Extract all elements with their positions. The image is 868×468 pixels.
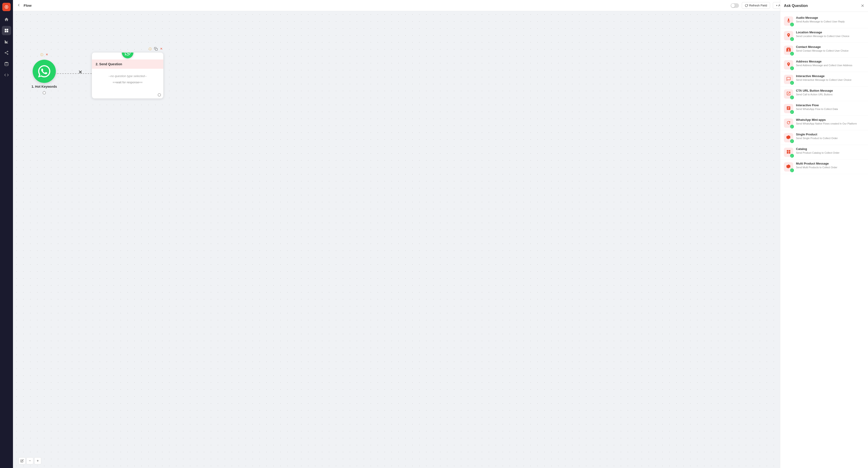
app-logo	[2, 3, 11, 11]
svg-point-7	[5, 52, 6, 54]
back-button[interactable]	[17, 3, 21, 8]
sidebar	[0, 0, 13, 234]
sidebar-item-home[interactable]	[2, 15, 11, 24]
connection-delete-icon[interactable]	[78, 69, 83, 75]
page-title: Flow	[24, 3, 434, 7]
no-type-text: --no question type selected--	[96, 74, 160, 78]
sidebar-item-share[interactable]	[2, 48, 11, 57]
whatsapp-badge-node2	[122, 52, 133, 58]
svg-point-9	[5, 62, 8, 63]
svg-rect-5	[7, 31, 8, 32]
node-send-question[interactable]: ⓘ ✕ 2. Send Question --no question type …	[92, 47, 163, 99]
whatsapp-logo-node1	[33, 60, 56, 83]
svg-point-6	[7, 51, 8, 52]
node1-output-connector[interactable]	[42, 91, 46, 94]
sidebar-item-dashboard[interactable]	[2, 26, 11, 35]
wait-response-text: ==wait for response==	[96, 80, 160, 84]
copy-icon-node2[interactable]	[154, 47, 158, 52]
node-hot-keywords[interactable]: ⓘ ✕ 1. Hot Keywords	[31, 53, 57, 94]
workflow-canvas[interactable]: ⓘ ✕ 1. Hot Keywords ⓘ ✕ 2	[13, 11, 434, 234]
svg-point-8	[7, 54, 8, 55]
svg-point-1	[6, 6, 7, 8]
sidebar-item-analytics[interactable]	[2, 37, 11, 46]
svg-rect-2	[5, 29, 6, 31]
info-icon-node2[interactable]: ⓘ	[149, 47, 152, 52]
sidebar-item-code[interactable]	[2, 70, 11, 79]
info-icon-node1[interactable]: ⓘ	[40, 53, 43, 57]
sidebar-item-database[interactable]	[2, 59, 11, 68]
send-question-body: --no question type selected-- ==wait for…	[92, 69, 163, 92]
node2-output-connector[interactable]	[158, 93, 161, 97]
send-question-card: 2. Send Question --no question type sele…	[92, 52, 163, 99]
svg-rect-21	[155, 48, 157, 51]
svg-rect-4	[5, 31, 6, 32]
node1-label: 1. Hot Keywords	[31, 85, 57, 89]
svg-rect-3	[7, 29, 8, 31]
delete-icon-node2[interactable]: ✕	[160, 47, 162, 52]
topbar: Flow Refresh Field + Add Field Free-Styl…	[13, 0, 434, 11]
delete-icon-node1[interactable]: ✕	[45, 53, 48, 57]
send-question-header: 2. Send Question	[92, 60, 163, 69]
